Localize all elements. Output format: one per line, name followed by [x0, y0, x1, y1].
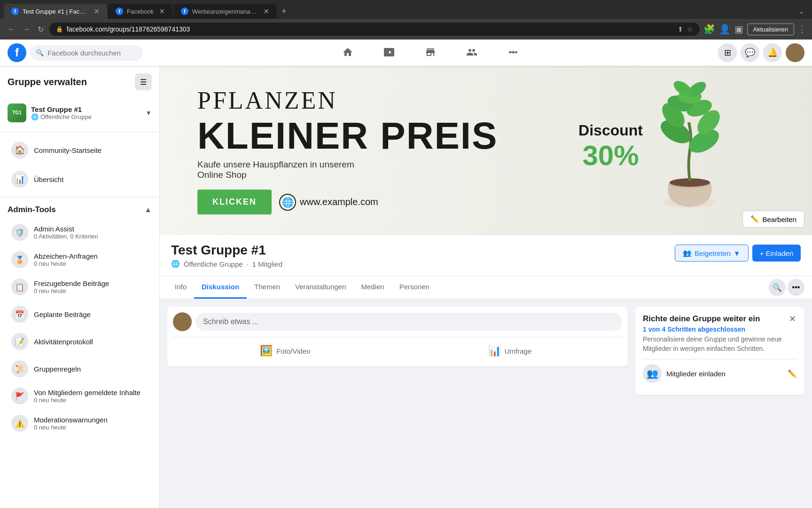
photo-video-button[interactable]: 🖼️ Foto/Video — [173, 341, 398, 361]
joined-button[interactable]: 👥 Beigetreten ▼ — [675, 245, 749, 262]
setup-invite-item[interactable]: 👥 Mitglieder einladen ✏️ — [643, 359, 797, 388]
warnings-label: Moderationswarnungen — [34, 416, 108, 424]
nav-marketplace[interactable] — [410, 40, 451, 66]
aktualisieren-button[interactable]: Aktualisieren — [747, 24, 794, 35]
tab-favicon-3: f — [181, 8, 188, 15]
fb-header: f 🔍 ⊞ 💬 🔔 — [0, 40, 812, 66]
rules-label: Gruppenregeln — [34, 365, 81, 373]
admin-item-1[interactable]: 🏅 Abzeichen-Anfragen 0 neu heute — [4, 246, 156, 273]
tab-close-2[interactable]: ✕ — [159, 8, 165, 15]
community-icon: 🏠 — [11, 142, 28, 159]
tab-diskussion[interactable]: Diskussion — [194, 276, 247, 299]
group-selector[interactable]: TG1 Test Gruppe #1 🌐 Öffentliche Gruppe … — [0, 98, 159, 128]
activity-icon: 📝 — [11, 333, 28, 350]
reported-label: Von Mitgliedern gemeldete Inhalte — [34, 389, 141, 397]
content-area: PFLANZEN KLEINER PREIS Kaufe unsere Haus… — [160, 66, 812, 508]
tab-1[interactable]: f Test Gruppe #1 | Facebook ✕ — [4, 4, 107, 19]
nav-home[interactable] — [327, 40, 368, 66]
invite-members-icon: 👥 — [643, 364, 662, 383]
group-header: Test Gruppe #1 🌐 Öffentliche Gruppe · 1 … — [160, 235, 812, 276]
admin-tools-header: Admin-Tools ▲ — [0, 201, 159, 218]
more-tab-button[interactable]: ••• — [788, 279, 804, 296]
cover-edit-button[interactable]: ✏️ Bearbeiten — [742, 211, 804, 228]
invite-button[interactable]: + Einladen — [752, 245, 801, 262]
cta-url-display: 🌐 www.example.com — [279, 194, 378, 211]
tab-themen[interactable]: Themen — [247, 276, 288, 299]
nav-gaming[interactable] — [492, 40, 534, 66]
badge-label: Abzeichen-Anfragen — [34, 252, 98, 260]
tab-personen[interactable]: Personen — [392, 276, 437, 299]
admin-tools-toggle-icon[interactable]: ▲ — [144, 206, 152, 214]
search-input[interactable] — [47, 49, 137, 57]
extensions-icon[interactable]: 🧩 — [703, 24, 715, 35]
group-avatar: TG1 — [8, 103, 26, 122]
admin-item-4[interactable]: 📝 Aktivitätenprotokoll — [4, 328, 156, 355]
pending-sub: 0 neu heute — [34, 287, 109, 294]
setup-title: Richte deine Gruppe weiter ein — [643, 314, 797, 324]
search-bar[interactable]: 🔍 — [30, 45, 143, 61]
community-label: Community-Startseite — [34, 146, 102, 154]
tab-list-button[interactable]: ⌄ — [795, 6, 808, 17]
user-avatar[interactable] — [786, 43, 804, 62]
admin-item-0[interactable]: 🛡️ Admin Assist 0 Aktivitäten, 0 Kriteri… — [4, 219, 156, 246]
search-icon: 🔍 — [36, 49, 44, 56]
post-input[interactable]: Schreib etwas ... — [195, 313, 622, 331]
dropdown-arrow-icon[interactable]: ▼ — [145, 109, 152, 117]
poll-button[interactable]: 📊 Umfrage — [398, 341, 622, 361]
setup-edit-icon[interactable]: ✏️ — [788, 369, 797, 378]
scheduled-icon: 📅 — [11, 306, 28, 323]
sidebar-item-community[interactable]: 🏠 Community-Startseite — [4, 136, 156, 164]
group-name: Test Gruppe #1 — [31, 105, 92, 113]
admin-item-6[interactable]: 🚩 Von Mitgliedern gemeldete Inhalte 0 ne… — [4, 383, 156, 409]
badge-icon: 🏅 — [11, 251, 28, 268]
tab-close-3[interactable]: ✕ — [264, 8, 269, 15]
browser-menu-icon[interactable]: ⋮ — [798, 24, 806, 34]
star-icon[interactable]: ☆ — [687, 25, 693, 33]
admin-item-7[interactable]: ⚠️ Moderationswarnungen 0 neu heute — [4, 410, 156, 437]
admin-item-3[interactable]: 📅 Geplante Beiträge — [4, 301, 156, 327]
tab-close-1[interactable]: ✕ — [94, 8, 100, 15]
sidebar: Gruppe verwalten ☰ TG1 Test Gruppe #1 🌐 … — [0, 66, 160, 508]
plant-illustration — [643, 80, 774, 221]
nav-video[interactable] — [368, 40, 410, 66]
discount-pct: 30% — [578, 139, 643, 172]
admin-item-2[interactable]: 📋 Freizugebende Beiträge 0 neu heute — [4, 274, 156, 300]
sidebar-collapse-button[interactable]: ☰ — [135, 73, 152, 90]
tab-3[interactable]: f Werbeanzeigenmanager - Wer... ✕ — [173, 4, 277, 19]
warnings-icon: ⚠️ — [11, 415, 28, 432]
apps-button[interactable]: ⊞ — [718, 43, 737, 62]
tab-info[interactable]: Info — [167, 276, 194, 299]
messenger-button[interactable]: 💬 — [741, 43, 759, 62]
address-bar[interactable]: 🔒 facebook.com/groups/11876265987413​03 … — [49, 23, 700, 36]
nav-groups[interactable] — [451, 40, 492, 66]
forward-button[interactable]: → — [21, 23, 32, 35]
divider-2 — [0, 197, 159, 198]
new-tab-button[interactable]: + — [278, 5, 290, 18]
sidebar-toggle-icon[interactable]: ▣ — [734, 24, 743, 35]
sidebar-item-overview[interactable]: 📊 Übersicht — [4, 165, 156, 193]
fb-logo[interactable]: f — [8, 43, 26, 62]
admin-item-5[interactable]: 📜 Gruppenregeln — [4, 356, 156, 382]
globe-icon: 🌐 — [31, 113, 39, 120]
notifications-button[interactable]: 🔔 — [763, 43, 782, 62]
activity-label: Aktivitätenprotokoll — [34, 338, 93, 346]
cover-photo: PFLANZEN KLEINER PREIS Kaufe unsere Haus… — [160, 66, 812, 235]
cta-klicken-button[interactable]: KLICKEN — [197, 190, 272, 214]
poll-icon: 📊 — [488, 345, 501, 357]
reported-sub: 0 neu heute — [34, 397, 141, 404]
globe-icon: 🌐 — [279, 194, 296, 211]
tab-2[interactable]: f Facebook ✕ — [108, 4, 172, 19]
reload-button[interactable]: ↻ — [36, 23, 46, 36]
share-icon[interactable]: ⬆ — [678, 25, 683, 33]
tab-medien[interactable]: Medien — [354, 276, 392, 299]
back-button[interactable]: ← — [6, 23, 17, 35]
search-tab-button[interactable]: 🔍 — [769, 279, 786, 296]
setup-description: Personalisiere deine Gruppe und gewinne … — [643, 335, 797, 353]
profile-icon[interactable]: 👤 — [719, 24, 731, 35]
divider-1 — [0, 132, 159, 132]
tab-title-3: Werbeanzeigenmanager - Wer... — [192, 8, 258, 15]
scheduled-label: Geplante Beiträge — [34, 310, 91, 318]
tab-veranstaltungen[interactable]: Veranstaltungen — [288, 276, 353, 299]
joined-icon: 👥 — [683, 249, 692, 257]
setup-panel-close-button[interactable]: ✕ — [786, 312, 799, 325]
